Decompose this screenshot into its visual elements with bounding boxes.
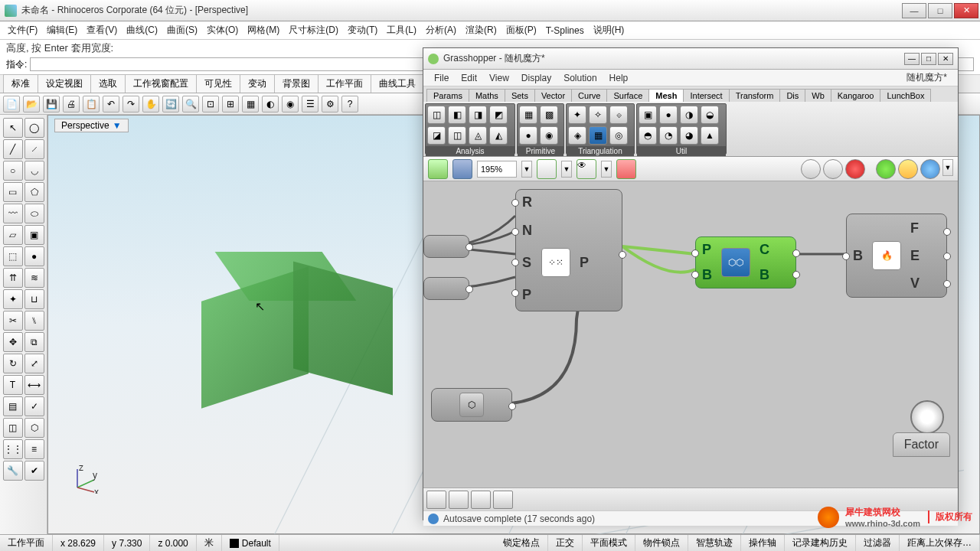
gh-sketch-icon[interactable] — [616, 159, 636, 179]
comp-icon[interactable]: ● — [519, 126, 537, 145]
gh-minimize-button[interactable]: — — [904, 53, 920, 65]
gh-bb-4[interactable] — [493, 491, 513, 509]
tab-setview[interactable]: 设定视图 — [38, 74, 91, 93]
ellipse-icon[interactable]: ⬭ — [24, 204, 44, 223]
comp-icon[interactable]: ▦ — [519, 106, 537, 124]
layers-icon[interactable]: ☰ — [302, 96, 318, 112]
move-icon[interactable]: ✥ — [3, 332, 23, 352]
polyline-icon[interactable]: ⟋ — [24, 139, 44, 159]
help-icon[interactable]: ? — [341, 96, 358, 112]
zoom-icon[interactable]: 🔍 — [182, 96, 199, 112]
status-planar[interactable]: 平面模式 — [583, 535, 635, 551]
trim-icon[interactable]: ✂ — [3, 311, 23, 331]
gh-node-brep[interactable]: ⬡ — [431, 388, 512, 422]
gh-shade-icon[interactable] — [801, 159, 821, 179]
mesh-geometry[interactable] — [201, 253, 362, 406]
gh-menubar[interactable]: File Edit View Display Solution Help 随机魔… — [423, 70, 958, 86]
loft-icon[interactable]: ≋ — [24, 268, 44, 288]
comp-icon[interactable]: ◧ — [448, 106, 466, 124]
tab-viewport[interactable]: 工作视窗配置 — [125, 74, 197, 93]
gh-doc-name[interactable]: 随机魔方* — [900, 70, 953, 86]
comp-icon[interactable]: ◭ — [489, 126, 508, 145]
gh-factor-label[interactable]: Factor — [893, 432, 950, 457]
menu-solid[interactable]: 实体(O) — [202, 22, 243, 38]
tab-curvetools[interactable]: 曲线工具 — [371, 74, 424, 93]
pointer-icon[interactable]: ↖ — [3, 118, 23, 138]
gh-menu-display[interactable]: Display — [515, 71, 557, 85]
gh-settings-icon[interactable] — [920, 159, 940, 179]
gh-tab-vector[interactable]: Vector — [534, 89, 572, 102]
gh-close-button[interactable]: ✕ — [938, 53, 953, 65]
shade-icon[interactable]: ◐ — [262, 96, 279, 112]
comp-icon[interactable]: ◎ — [609, 126, 628, 145]
split-icon[interactable]: ⑊ — [24, 311, 44, 331]
gh-open-icon[interactable] — [428, 159, 448, 179]
comp-icon[interactable]: ◪ — [427, 126, 446, 145]
menu-view[interactable]: 查看(V) — [82, 22, 122, 38]
gh-wire-icon[interactable] — [823, 159, 843, 179]
close-button[interactable]: ✕ — [954, 3, 978, 18]
gh-zoomext-icon[interactable] — [537, 159, 557, 179]
gh-preview-icon[interactable]: 👁 — [577, 159, 596, 179]
menu-analyze[interactable]: 分析(A) — [421, 22, 461, 38]
gh-settings-dd[interactable]: ▼ — [942, 159, 953, 176]
gh-tab-dis[interactable]: Dis — [779, 89, 805, 102]
props-icon[interactable]: ⚙ — [322, 96, 338, 112]
tab-standard[interactable]: 标准 — [3, 74, 38, 93]
surface-icon[interactable]: ▱ — [3, 225, 23, 245]
gh-tab-maths[interactable]: Maths — [469, 89, 505, 102]
gh-dial[interactable] — [910, 400, 944, 434]
gh-tab-sets[interactable]: Sets — [505, 89, 535, 102]
gh-titlebar[interactable]: Grasshopper - 随机魔方* — □ ✕ — [423, 48, 958, 70]
copy-icon[interactable]: 📋 — [83, 96, 100, 112]
menu-tools[interactable]: 工具(L) — [382, 22, 421, 38]
comp-icon[interactable]: ◈ — [568, 126, 586, 145]
gh-save-icon[interactable] — [452, 159, 472, 179]
rotate-icon[interactable]: 🔄 — [162, 96, 179, 112]
comp-icon[interactable]: ◉ — [540, 126, 558, 145]
new-icon[interactable]: 📄 — [3, 96, 20, 112]
render-icon[interactable]: ◉ — [282, 96, 299, 112]
gh-maximize-button[interactable]: □ — [921, 53, 936, 65]
comp-icon[interactable]: ◔ — [659, 126, 678, 145]
circle-icon[interactable]: ○ — [3, 161, 23, 181]
comp-icon[interactable]: ▦ — [589, 126, 607, 145]
gh-preview-dd[interactable]: ▼ — [601, 161, 612, 178]
gh-node-param[interactable] — [423, 235, 469, 258]
viewport-label[interactable]: Perspective▼ — [54, 119, 129, 132]
copy2-icon[interactable]: ⧉ — [24, 332, 44, 352]
zoomext-icon[interactable]: ⊡ — [202, 96, 219, 112]
dim-icon[interactable]: ⟷ — [24, 375, 44, 395]
pan-icon[interactable]: ✋ — [142, 96, 159, 112]
gh-node-deconstruct[interactable]: B 🔥 FEV — [846, 214, 947, 298]
gh-bb-1[interactable] — [426, 491, 446, 509]
comp-icon[interactable]: ◕ — [680, 126, 698, 145]
menu-surface[interactable]: 曲面(S) — [162, 22, 202, 38]
menu-file[interactable]: 文件(F) — [3, 22, 42, 38]
gh-tab-mesh[interactable]: Mesh — [648, 89, 684, 102]
rect-icon[interactable]: ▭ — [3, 182, 23, 202]
comp-icon[interactable]: ● — [659, 106, 678, 124]
grasshopper-window[interactable]: Grasshopper - 随机魔方* — □ ✕ File Edit View… — [423, 47, 959, 520]
comp-icon[interactable]: ▣ — [639, 106, 657, 124]
gh-meshpreview-icon[interactable] — [898, 159, 918, 179]
menubar[interactable]: 文件(F) 编辑(E) 查看(V) 曲线(C) 曲面(S) 实体(O) 网格(M… — [0, 21, 980, 40]
viewport-dropdown-icon[interactable]: ▼ — [113, 120, 122, 131]
status-ortho[interactable]: 正交 — [548, 535, 583, 551]
print-icon[interactable]: 🖨 — [63, 96, 80, 112]
gh-node-populate[interactable]: R N S P ⁘⁙ P — [515, 189, 622, 311]
gh-zoom-input[interactable] — [477, 161, 517, 178]
arc-icon[interactable]: ◡ — [24, 161, 44, 181]
extrude-icon[interactable]: ⇈ — [3, 268, 23, 288]
gh-canvas[interactable]: R N S P ⁘⁙ P ⬡ PB ⬡⬡ CB B — [423, 181, 958, 487]
comp-icon[interactable]: ◫ — [448, 126, 466, 145]
menu-tsplines[interactable]: T-Splines — [541, 24, 589, 37]
comp-icon[interactable]: ✦ — [568, 106, 586, 124]
comp-icon[interactable]: ◨ — [469, 106, 487, 124]
save-icon[interactable]: 💾 — [43, 96, 60, 112]
tab-cplane[interactable]: 工作平面 — [318, 74, 371, 93]
undo-icon[interactable]: ↶ — [103, 96, 119, 112]
menu-curve[interactable]: 曲线(C) — [122, 22, 162, 38]
gh-tab-params[interactable]: Params — [426, 89, 469, 102]
text-icon[interactable]: T — [3, 375, 23, 395]
